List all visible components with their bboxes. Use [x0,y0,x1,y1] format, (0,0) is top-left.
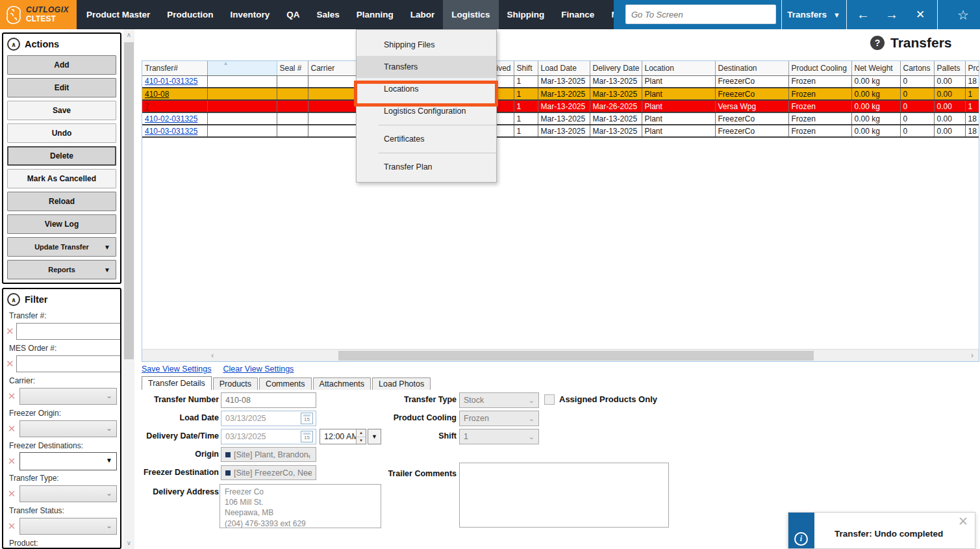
spin-up-icon[interactable]: ▲ [357,429,366,437]
clear-filter-icon[interactable]: ✕ [6,520,18,532]
column-header-shift[interactable]: Shift [514,61,538,75]
filter-input-transfer[interactable] [16,323,121,340]
scrollbar-thumb[interactable] [124,42,134,359]
table-row[interactable]: 71Mar-13-2025Mar-26-2025PlantVersa WpgFr… [142,100,979,112]
collapse-panel-icon[interactable]: ∧ [7,38,20,51]
delivery-address-textarea[interactable]: Freezer Co 106 Mill St. Neepawa, MB (204… [220,484,381,528]
favorite-button[interactable]: ☆ [949,0,977,29]
toast-close-button[interactable]: ✕ [958,514,968,529]
undo-button[interactable]: Undo [7,123,116,143]
column-header-destination[interactable]: Destination [715,61,788,75]
update-transfer-button[interactable]: Update Transfer▼ [7,237,116,257]
help-icon[interactable]: ? [870,36,885,50]
clear-filter-icon[interactable]: ✕ [6,390,18,402]
tab-attachments[interactable]: Attachments [313,377,371,390]
nav-item-sales[interactable]: Sales [308,0,348,29]
grid-horizontal-scrollbar[interactable]: ‹ › [142,349,979,361]
time-dropdown-button[interactable]: ▼ [368,429,381,444]
filter-dropdown-freezer-destinations[interactable]: ▼ [19,452,117,470]
nav-item-product-master[interactable]: Product Master [78,0,158,29]
clear-filter-icon[interactable]: ✕ [6,358,14,370]
column-header-cartons[interactable]: Cartons [900,61,934,75]
save-button[interactable]: Save [7,101,116,120]
shift-dropdown[interactable]: 1 ⌄ [459,429,539,444]
assigned-products-only-checkbox[interactable] [544,394,555,405]
close-screen-button[interactable]: ✕ [906,0,935,29]
save-view-settings-link[interactable]: Save View Settings [142,364,211,374]
scrollbar-thumb[interactable] [338,351,814,361]
filter-dropdown-carrier[interactable]: ⌄ [19,388,117,405]
clear-filter-icon[interactable]: ✕ [6,455,18,467]
delete-button[interactable]: Delete [7,146,116,166]
time-spinner[interactable]: ▲ ▼ [356,429,366,444]
table-row[interactable]: 410-02-0313251Mar-13-2025Mar-13-2025Plan… [142,112,979,125]
scroll-down-icon[interactable]: ∨ [123,539,134,546]
column-header-blank[interactable]: ▲ [207,61,277,75]
clear-view-settings-link[interactable]: Clear View Settings [223,364,294,374]
scroll-right-icon[interactable]: › [971,350,974,360]
forward-button[interactable]: → [877,0,906,29]
menu-item-certificates[interactable]: Certificates [357,128,496,150]
reload-button[interactable]: Reload [7,192,116,211]
transfer-number-link[interactable]: 7 [145,102,149,111]
scroll-left-icon[interactable]: ‹ [211,350,214,360]
filter-dropdown-freezer-origin[interactable]: ⌄ [19,420,117,437]
clear-filter-icon[interactable]: ✕ [6,423,18,435]
table-row[interactable]: 410-03-0313251Mar-13-2025Mar-13-2025Plan… [142,125,979,137]
column-header-pallets[interactable]: Pallets [934,61,965,75]
column-header-delivery-date[interactable]: Delivery Date [590,61,642,75]
tab-products[interactable]: Products [213,377,258,390]
nav-item-production[interactable]: Production [158,0,221,29]
collapse-panel-icon[interactable]: ∧ [7,293,20,306]
table-row[interactable]: 410-01-0313251Mar-13-2025Mar-13-2025Plan… [142,75,979,88]
column-header-products[interactable]: Products [965,61,979,75]
scroll-up-icon[interactable]: ∧ [123,31,134,38]
screen-selector-dropdown[interactable]: Transfers ▼ [781,0,846,29]
tab-load-photos[interactable]: Load Photos [372,377,431,390]
tab-transfer-details[interactable]: Transfer Details [142,376,212,390]
filter-dropdown-transfer-status[interactable]: ⌄ [19,518,117,535]
add-button[interactable]: Add [7,55,116,75]
filter-input-mes-order[interactable] [16,355,121,372]
column-header-transfer[interactable]: Transfer# [142,61,207,75]
menu-item-shipping-files[interactable]: Shipping Files [357,34,496,56]
reports-button[interactable]: Reports▼ [7,260,116,279]
column-header-seal[interactable]: Seal # [277,61,308,75]
tab-comments[interactable]: Comments [259,377,311,390]
delivery-time-input[interactable]: 12:00 AM ▲ ▼ [320,429,366,444]
filter-dropdown-transfer-type[interactable]: ⌄ [19,485,117,502]
view-log-button[interactable]: View Log [7,214,116,234]
brand-logo[interactable]: CUTLOGIX CLTEST [0,0,77,29]
origin-dropdown[interactable]: [Site] Plant, Brandon, ⌄ [221,447,316,462]
spin-down-icon[interactable]: ▼ [357,437,366,444]
nav-item-planning[interactable]: Planning [348,0,402,29]
nav-item-qa[interactable]: QA [278,0,308,29]
nav-item-labor[interactable]: Labor [402,0,444,29]
trailer-comments-textarea[interactable] [459,463,669,528]
product-cooling-dropdown[interactable]: Frozen ⌄ [459,411,539,426]
clear-filter-icon[interactable]: ✕ [6,488,18,500]
goto-screen-input[interactable] [625,5,776,24]
clear-filter-icon[interactable]: ✕ [6,326,14,337]
transfer-number-input[interactable] [221,392,316,408]
column-header-product-cooling[interactable]: Product Cooling [788,61,851,75]
column-header-location[interactable]: Location [642,61,715,75]
transfer-type-dropdown[interactable]: Stock ⌄ [459,392,539,408]
menu-item-transfers[interactable]: Transfers [357,56,496,78]
transfer-number-link[interactable]: 410-08 [145,90,169,99]
nav-item-shipping[interactable]: Shipping [499,0,553,29]
transfer-number-link[interactable]: 410-02-031325 [145,114,197,123]
nav-item-finance[interactable]: Finance [553,0,603,29]
freezer-destination-dropdown[interactable]: [Site] FreezerCo, Nee ⌄ [221,465,316,480]
calendar-icon[interactable]: 15 [301,413,313,424]
nav-item-inventory[interactable]: Inventory [222,0,279,29]
transfer-number-link[interactable]: 410-03-031325 [145,127,197,136]
column-header-load-date[interactable]: Load Date [538,61,590,75]
mark-as-cancelled-button[interactable]: Mark As Cancelled [7,169,116,188]
edit-button[interactable]: Edit [7,78,116,97]
calendar-icon[interactable]: 15 [301,431,313,442]
table-row[interactable]: 410-081Mar-13-2025Mar-13-2025PlantFreeze… [142,88,979,100]
column-header-net-weight[interactable]: Net Weight [851,61,900,75]
menu-item-transfer-plan[interactable]: Transfer Plan [357,156,496,178]
nav-item-logistics[interactable]: Logistics [443,0,498,29]
